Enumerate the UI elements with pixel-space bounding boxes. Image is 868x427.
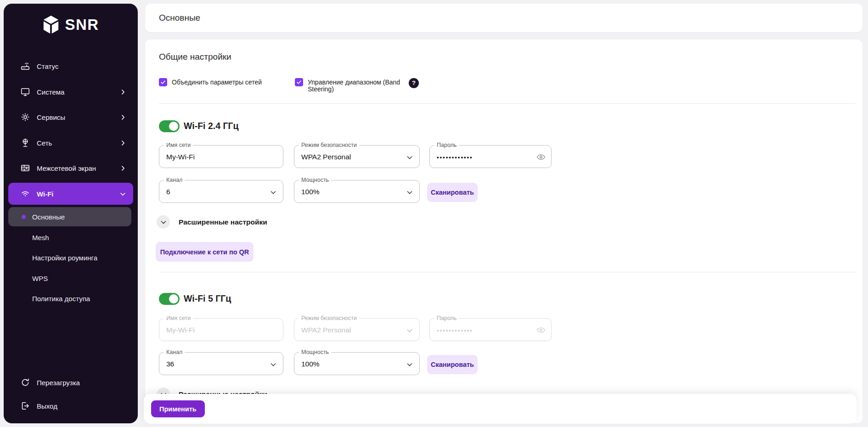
sidebar-item-reboot[interactable]: Перезагрузка	[8, 372, 133, 393]
sidebar-item-logout[interactable]: Выход	[8, 396, 133, 416]
ssid-field-label: Имя сети	[164, 315, 193, 321]
snr-cube-logo-icon	[42, 15, 60, 34]
sidebar-item-label: Статус	[37, 62, 58, 70]
chevron-down-icon	[406, 154, 413, 161]
sidebar-item-label: Система	[37, 88, 64, 96]
wifi24-qr-connect-button[interactable]: Подключение к сети по QR	[156, 242, 254, 262]
wifi24-ssid-field[interactable]: Имя сети My-Wi-Fi	[159, 145, 283, 168]
sidebar-item-status[interactable]: Статус	[8, 56, 133, 76]
security-field-label: Режим безопасности	[299, 142, 359, 148]
chevron-down-icon	[406, 189, 413, 196]
sidebar-item-system[interactable]: Система	[8, 82, 133, 102]
wifi5-channel-select[interactable]: Канал 36	[159, 352, 283, 375]
page-header: Основные	[145, 4, 862, 32]
wifi24-toggle[interactable]	[159, 120, 180, 132]
page-title: Основные	[159, 4, 200, 32]
wifi24-advanced-expand-button[interactable]	[157, 215, 170, 229]
sidebar-subitem-wps[interactable]: WPS	[8, 269, 131, 288]
firewall-icon	[20, 163, 30, 173]
wifi24-password-field[interactable]: Пароль ••••••••••••	[429, 145, 552, 168]
sidebar-subitem-label: WPS	[32, 275, 48, 282]
logo: SNR	[4, 15, 138, 34]
settings-card: Общие настройки Объединить параметры сет…	[145, 39, 862, 423]
sidebar-item-label: Wi-Fi	[37, 190, 54, 198]
router-icon	[20, 61, 30, 71]
sidebar-item-firewall[interactable]: Межсетевой экран	[8, 158, 133, 178]
power-field-label: Мощность	[299, 177, 331, 183]
sidebar-subitem-label: Mesh	[32, 234, 49, 242]
sidebar-item-services[interactable]: Сервисы	[8, 107, 133, 127]
chevron-right-icon	[120, 114, 126, 120]
apply-button[interactable]: Применить	[151, 400, 205, 417]
password-field-label: Пароль	[434, 142, 459, 148]
sidebar-item-label: Сеть	[37, 139, 52, 147]
chevron-down-icon	[160, 219, 167, 225]
sidebar-subitem-access-policy[interactable]: Политика доступа	[8, 289, 131, 308]
wifi5-toggle[interactable]	[159, 293, 180, 305]
check-icon	[160, 79, 166, 85]
divider	[159, 272, 855, 272]
eye-icon[interactable]	[536, 152, 546, 162]
sidebar-subitem-basic[interactable]: Основные	[8, 207, 131, 226]
toggle-knob	[169, 294, 178, 303]
wifi24-channel-select[interactable]: Канал 6	[159, 180, 283, 203]
divider	[159, 103, 855, 104]
sidebar-item-label: Выход	[37, 402, 57, 410]
chevron-down-icon	[270, 189, 276, 196]
wifi24-scan-button[interactable]: Сканировать	[427, 183, 478, 202]
monitor-icon	[20, 87, 30, 97]
merge-networks-label: Объединить параметры сетей	[172, 79, 262, 86]
wifi5-scan-button[interactable]: Сканировать	[427, 355, 478, 374]
merge-networks-option: Объединить параметры сетей	[159, 78, 262, 86]
general-settings-title: Общие настройки	[159, 52, 231, 62]
security-field-value: WPA2 Personal	[301, 153, 351, 161]
ssid-field-label: Имя сети	[164, 142, 193, 148]
chevron-down-icon	[270, 361, 276, 368]
channel-field-label: Канал	[164, 349, 185, 355]
logout-icon	[20, 401, 30, 411]
toggle-knob	[169, 122, 178, 131]
chevron-down-icon	[120, 191, 126, 197]
band-steering-checkbox[interactable]	[295, 78, 303, 86]
sidebar-item-network[interactable]: Сеть	[8, 133, 133, 153]
channel-field-value: 6	[166, 188, 170, 196]
sidebar-subitem-label: Основные	[32, 213, 65, 221]
power-field-label: Мощность	[299, 349, 331, 355]
password-field-label: Пароль	[434, 315, 459, 321]
wifi24-power-select[interactable]: Мощность 100%	[294, 180, 420, 203]
footer-bar: Применить	[144, 394, 857, 424]
logo-text: SNR	[65, 16, 99, 34]
sidebar-subitem-mesh[interactable]: Mesh	[8, 228, 131, 247]
band-steering-label: Управление диапазоном (Band Steering)	[308, 79, 402, 93]
chevron-down-icon	[406, 361, 413, 368]
ssid-field-value: My-Wi-Fi	[166, 326, 195, 334]
wifi5-security-select: Режим безопасности WPA2 Personal	[294, 318, 420, 341]
active-dot	[22, 215, 26, 219]
sidebar-subitem-label: Политика доступа	[32, 295, 90, 303]
refresh-icon	[20, 377, 30, 388]
chevron-right-icon	[120, 89, 126, 95]
sidebar-subitem-label: Настройки роуминга	[32, 254, 97, 262]
eye-icon[interactable]	[536, 326, 546, 335]
wifi24-security-select[interactable]: Режим безопасности WPA2 Personal	[294, 145, 420, 168]
network-globe-icon	[20, 138, 30, 148]
security-field-value: WPA2 Personal	[301, 326, 351, 334]
sidebar-subitem-roaming[interactable]: Настройки роуминга	[8, 248, 131, 267]
help-badge[interactable]: ?	[409, 78, 419, 88]
wifi24-advanced-label[interactable]: Расширенные настройки	[179, 217, 267, 227]
channel-field-value: 36	[166, 360, 174, 368]
chevron-right-icon	[120, 165, 126, 171]
chevron-down-icon	[406, 327, 413, 334]
power-field-value: 100%	[301, 188, 320, 196]
ssid-field-value: My-Wi-Fi	[166, 153, 195, 161]
chevron-right-icon	[120, 140, 126, 146]
wifi5-power-select[interactable]: Мощность 100%	[294, 352, 420, 375]
password-field-value: ••••••••••••	[437, 327, 473, 334]
merge-networks-checkbox[interactable]	[159, 78, 167, 86]
wifi5-password-field: Пароль ••••••••••••	[429, 318, 552, 341]
password-field-value: ••••••••••••	[437, 154, 473, 161]
sidebar: SNR Статус Система Се	[4, 4, 138, 423]
sidebar-item-wifi[interactable]: Wi-Fi	[8, 183, 133, 205]
gear-icon	[20, 112, 30, 122]
power-field-value: 100%	[301, 360, 320, 368]
